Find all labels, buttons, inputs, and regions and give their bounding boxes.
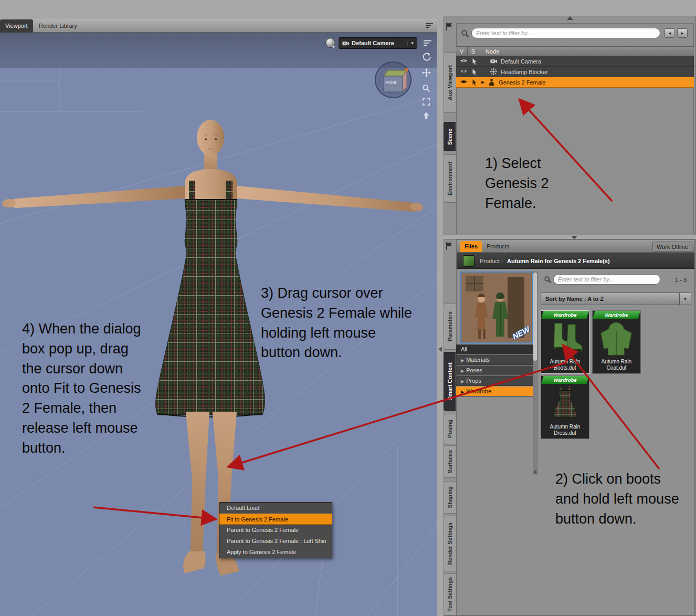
camera-selector[interactable]: Default Camera ▼ <box>339 37 417 49</box>
asset-tile-boots[interactable]: Wardrobe Autumn Rain Boots.duf <box>541 310 589 374</box>
view-cube[interactable]: Front <box>373 59 414 100</box>
light-node-icon <box>490 68 498 76</box>
expand-arrow-icon: ▶ <box>461 390 464 394</box>
content-pane-dock-icon[interactable] <box>445 242 454 250</box>
asset-tile-dress[interactable]: Wardrobe Autumn Rain Dress.duf <box>541 375 589 439</box>
camera-dropdown-arrow-icon[interactable]: ▼ <box>407 41 417 46</box>
asset-name: Autumn Rain Coat.duf <box>593 358 640 371</box>
reset-view-icon[interactable] <box>420 109 433 122</box>
scrollbar-thumb[interactable] <box>533 273 537 361</box>
wardrobe-ribbon: Wardrobe <box>541 376 589 384</box>
zoom-tool-icon[interactable] <box>420 82 433 95</box>
sort-dropdown-arrow-icon[interactable]: ▼ <box>679 293 691 305</box>
sort-dropdown-label: Sort by Name : A to Z <box>541 296 679 302</box>
splitter-collapse-arrow[interactable] <box>438 347 442 352</box>
product-name: Autumn Rain for Genesis 2 Female(s) <box>507 258 610 264</box>
boots-thumbnail <box>541 319 589 357</box>
orbit-tool-icon[interactable] <box>420 50 433 63</box>
scene-filter-prev-button[interactable]: ◄ <box>665 28 675 38</box>
sort-dropdown[interactable]: Sort by Name : A to Z ▼ <box>541 293 691 305</box>
scene-node-headlamp-blocker[interactable]: Headlamp Blocker <box>456 67 694 77</box>
daz-studio-window: Viewport Render Library <box>0 0 696 616</box>
figure-node-icon <box>488 78 495 86</box>
annotation-step3: 3) Drag cursor over Genesis 2 Female whi… <box>261 284 418 363</box>
coat-thumbnail <box>593 319 640 357</box>
category-scrollbar[interactable] <box>533 272 537 474</box>
scene-panel-collapse-up-arrow[interactable] <box>567 16 573 20</box>
menu-item-apply-to-genesis-2-female[interactable]: Apply to Genesis 2 Female <box>219 547 332 558</box>
camera-selector-label: Default Camera <box>350 40 407 46</box>
menu-item-parent-to-genesis-2-female[interactable]: Parent to Genesis 2 Female <box>219 525 332 536</box>
side-tab-smart-content[interactable]: Smart Content <box>444 352 456 411</box>
tab-products[interactable]: Products <box>482 241 513 252</box>
selectable-cursor-icon[interactable] <box>471 58 478 65</box>
tab-viewport[interactable]: Viewport <box>0 19 33 33</box>
side-tab-aux-viewport[interactable]: Aux Viewport <box>444 53 456 113</box>
camera-icon <box>342 39 350 47</box>
selectable-cursor-icon[interactable] <box>471 79 478 86</box>
menu-item-default-load[interactable]: Default Load <box>219 503 332 514</box>
visibility-eye-icon[interactable] <box>460 68 468 76</box>
scene-filter-input[interactable] <box>471 28 660 38</box>
side-tab-surfaces[interactable]: Surfaces <box>444 445 456 478</box>
scene-node-genesis-2-female[interactable]: ▶ Genesis 2 Female <box>456 77 694 88</box>
camera-node-icon <box>490 57 498 65</box>
asset-name: Autumn Rain Boots.duf <box>541 358 589 371</box>
expand-arrow-icon[interactable]: ▶ <box>481 80 484 85</box>
view-cube-face-label: Front <box>385 80 396 85</box>
tab-render-library[interactable]: Render Library <box>34 19 82 33</box>
menu-item-parent-to-left-shin[interactable]: Parent to Genesis 2 Female : Left Shin <box>219 536 332 547</box>
content-splitter-arrow[interactable] <box>533 469 536 475</box>
scene-pane-dock-icon[interactable] <box>445 22 454 31</box>
annotation-step2: 2) Click on boots and hold left mouse bu… <box>555 469 688 529</box>
side-tab-shaping[interactable]: Shaping <box>444 481 456 514</box>
side-tab-parameters[interactable]: Parameters <box>444 304 456 350</box>
category-wardrobe[interactable]: ▶Wardrobe <box>456 387 533 396</box>
side-tab-posing[interactable]: Posing <box>444 414 456 444</box>
product-label: Product : <box>480 258 503 264</box>
drawstyle-dropdown-arrow-icon[interactable]: ▼ <box>332 45 335 49</box>
scene-node-default-camera[interactable]: Default Camera <box>456 56 694 67</box>
dress-thumbnail <box>541 384 589 422</box>
side-tab-scene[interactable]: Scene <box>444 122 456 151</box>
category-materials[interactable]: ▶Materials <box>456 355 533 365</box>
viewport-pane-menu-icon[interactable] <box>423 39 432 48</box>
selectable-cursor-icon[interactable] <box>471 68 478 76</box>
expand-arrow-icon: ▶ <box>461 358 464 363</box>
content-filter-input[interactable] <box>553 274 660 285</box>
category-poses[interactable]: ▶Poses <box>456 366 533 375</box>
side-tab-tool-settings[interactable]: Tool Settings <box>444 573 456 615</box>
node-label[interactable]: Default Camera <box>501 58 541 65</box>
pane-options-icon[interactable] <box>425 22 434 30</box>
node-label[interactable]: Genesis 2 Female <box>499 79 545 86</box>
side-tab-render-settings[interactable]: Render Settings <box>444 516 456 571</box>
viewport-pane-tabbar: Viewport Render Library <box>0 19 437 33</box>
category-all[interactable]: All <box>456 344 533 354</box>
pan-tool-icon[interactable] <box>420 66 433 79</box>
scene-filter-next-button[interactable]: ► <box>677 28 688 38</box>
category-props[interactable]: ▶Props <box>456 376 533 386</box>
visibility-eye-icon[interactable] <box>460 57 468 65</box>
wardrobe-ribbon: Wardrobe <box>593 311 640 319</box>
work-offline-button[interactable]: Work Offline <box>652 242 692 252</box>
product-header-bar: Product : Autumn Rain for Genesis 2 Fema… <box>457 253 694 269</box>
result-range: 1 - 3 <box>675 277 687 283</box>
wardrobe-ribbon: Wardrobe <box>541 311 589 319</box>
content-search-icon <box>544 276 552 284</box>
scene-search-icon <box>461 29 469 38</box>
column-visible: V <box>456 47 468 56</box>
column-node: Node <box>479 47 694 56</box>
menu-item-fit-to-genesis-2-female[interactable]: Fit to Genesis 2 Female <box>219 514 332 525</box>
asset-tile-coat[interactable]: Wardrobe Autumn Rain Coat.duf <box>592 310 641 374</box>
frame-tool-icon[interactable] <box>420 96 433 108</box>
expand-arrow-icon: ▶ <box>461 379 464 384</box>
side-tab-environment[interactable]: Environment <box>444 154 456 203</box>
tab-files[interactable]: Files <box>460 241 482 252</box>
scene-tree-header: V S Node <box>456 46 694 56</box>
annotation-step1: 1) Select Genesis 2 Female. <box>485 154 590 213</box>
column-selectable: S <box>468 47 479 56</box>
fit-context-menu: Default Load Fit to Genesis 2 Female Par… <box>219 502 332 558</box>
product-image[interactable]: NEW <box>460 272 533 343</box>
visibility-eye-icon[interactable] <box>460 78 468 86</box>
node-label[interactable]: Headlamp Blocker <box>501 69 548 75</box>
